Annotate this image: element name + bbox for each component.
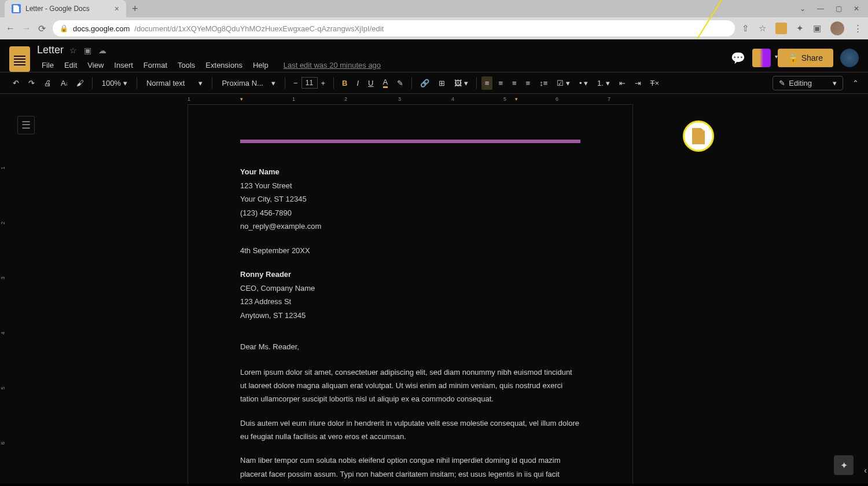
sender-street[interactable]: 123 Your Street (240, 180, 580, 192)
url-path: /document/d/1xXQYeMOg8QduYhMOzHuexEwgxae… (134, 24, 384, 33)
sender-email[interactable]: no_reply@example.com (240, 221, 580, 232)
menu-tools[interactable]: Tools (173, 59, 200, 72)
letter-date[interactable]: 4th September 20XX (240, 245, 580, 257)
highlight-button[interactable]: ✎ (393, 76, 407, 90)
recipient-title[interactable]: CEO, Company Name (240, 283, 580, 294)
menu-help[interactable]: Help (248, 59, 273, 72)
body-para-2[interactable]: Duis autem vel eum iriure dolor in hendr… (240, 416, 580, 444)
increase-font-button[interactable]: + (318, 76, 329, 90)
font-select[interactable]: Proxima N...▾ (217, 76, 280, 90)
minimize-icon[interactable]: — (817, 5, 824, 13)
extensions-icon[interactable]: ✦ (796, 23, 804, 34)
browser-tab-bar: Letter - Google Docs × + ⌄ — ▢ ✕ (0, 0, 868, 17)
move-folder-icon[interactable]: ▣ (84, 46, 91, 55)
sender-name[interactable]: Your Name (240, 166, 580, 178)
salutation[interactable]: Dear Ms. Reader, (240, 341, 580, 353)
menu-insert[interactable]: Insert (109, 59, 138, 72)
close-window-icon[interactable]: ✕ (854, 5, 859, 13)
bookmark-star-icon[interactable]: ☆ (759, 23, 766, 34)
menu-extensions[interactable]: Extensions (201, 59, 247, 72)
sender-phone[interactable]: (123) 456-7890 (240, 207, 580, 219)
document-title[interactable]: Letter (37, 44, 64, 56)
decrease-indent-button[interactable]: ⇤ (616, 76, 629, 90)
pencil-icon: ✎ (779, 79, 785, 87)
bold-button[interactable]: B (339, 76, 351, 90)
docs-favicon (12, 4, 21, 13)
address-bar[interactable]: 🔒 docs.google.com/document/d/1xXQYeMOg8Q… (53, 20, 735, 36)
star-icon[interactable]: ☆ (69, 46, 77, 55)
sender-city[interactable]: Your City, ST 12345 (240, 193, 580, 205)
underline-button[interactable]: U (365, 76, 377, 90)
tab-title: Letter - Google Docs (25, 5, 110, 13)
align-center-button[interactable]: ≡ (495, 76, 506, 90)
browser-tab[interactable]: Letter - Google Docs × (5, 0, 126, 17)
chevron-down-icon[interactable]: ⌄ (800, 5, 806, 13)
insert-link-button[interactable]: 🔗 (417, 76, 433, 90)
zoom-select[interactable]: 100%▾ (97, 76, 132, 90)
browser-toolbar-icons: ⇧ ☆ ✦ ▣ ⋮ (742, 21, 862, 35)
account-avatar[interactable] (840, 49, 859, 67)
collapse-toolbar-button[interactable]: ⌃ (852, 79, 859, 87)
forward-button[interactable]: → (22, 23, 31, 34)
menu-edit[interactable]: Edit (60, 59, 82, 72)
body-para-1[interactable]: Lorem ipsum dolor sit amet, consectetuer… (240, 366, 580, 406)
align-left-button[interactable]: ≡ (481, 76, 493, 90)
align-justify-button[interactable]: ≡ (523, 76, 534, 90)
menu-view[interactable]: View (83, 59, 108, 72)
menu-file[interactable]: File (37, 59, 58, 72)
insert-comment-button[interactable]: ⊞ (435, 76, 448, 90)
back-button[interactable]: ← (6, 23, 15, 34)
editing-mode-select[interactable]: ✎ Editing ▾ (773, 76, 843, 90)
meet-button[interactable] (752, 49, 771, 67)
recipient-street[interactable]: 123 Address St (240, 296, 580, 308)
insert-image-button[interactable]: 🖼 ▾ (451, 76, 472, 90)
comments-icon[interactable]: 💬 (731, 51, 745, 65)
redo-button[interactable]: ↷ (25, 76, 38, 90)
kebab-menu-icon[interactable]: ⋮ (854, 23, 862, 34)
document-page[interactable]: Your Name 123 Your Street Your City, ST … (187, 104, 633, 484)
close-tab-icon[interactable]: × (115, 4, 119, 13)
recipient-city[interactable]: Anytown, ST 12345 (240, 310, 580, 321)
font-size-input[interactable] (301, 77, 318, 89)
clear-formatting-button[interactable]: T× (647, 76, 663, 90)
horizontal-ruler[interactable]: 1 ▾ 1 2 3 4 5 ▾ 6 7 (0, 94, 868, 104)
document-canvas: 1 2 3 4 5 6 ☰ Your Name 123 Your Street … (0, 104, 868, 484)
italic-button[interactable]: I (353, 76, 362, 90)
side-panel-toggle[interactable]: ‹ (864, 466, 867, 475)
text-color-button[interactable]: A (380, 75, 392, 90)
paint-format-button[interactable]: 🖌 (73, 76, 87, 90)
url-host: docs.google.com (73, 24, 130, 33)
document-outline-button[interactable]: ☰ (17, 116, 35, 134)
spellcheck-button[interactable]: Aᵢ (57, 76, 71, 90)
cloud-status-icon[interactable]: ☁ (98, 46, 106, 55)
undo-button[interactable]: ↶ (9, 76, 23, 90)
docs-header: Letter ☆ ▣ ☁ File Edit View Insert Forma… (0, 39, 868, 72)
align-right-button[interactable]: ≡ (509, 76, 520, 90)
maximize-icon[interactable]: ▢ (836, 5, 842, 13)
line-spacing-button[interactable]: ↕≡ (536, 76, 551, 90)
docs-extension-icon[interactable] (775, 23, 787, 34)
print-button[interactable]: 🖨 (41, 76, 55, 90)
bullet-list-button[interactable]: • ▾ (576, 76, 591, 90)
explore-button[interactable]: ✦ (834, 455, 854, 475)
body-para-3[interactable]: Nam liber tempor cum soluta nobis eleife… (240, 454, 580, 484)
share-button[interactable]: 🔒 Share (778, 49, 833, 67)
sidepanel-icon[interactable]: ▣ (813, 23, 821, 34)
last-edit-link[interactable]: Last edit was 20 minutes ago (279, 59, 385, 72)
recipient-name[interactable]: Ronny Reader (240, 269, 580, 280)
increase-indent-button[interactable]: ⇥ (631, 76, 645, 90)
profile-avatar[interactable] (830, 21, 844, 35)
docs-extension-icon-enlarged (692, 128, 705, 144)
new-tab-button[interactable]: + (132, 3, 138, 15)
decrease-font-button[interactable]: − (290, 76, 301, 90)
browser-address-row: ← → ⟳ 🔒 docs.google.com/document/d/1xXQY… (0, 17, 868, 39)
vertical-ruler[interactable]: 1 2 3 4 5 6 (0, 104, 8, 484)
menu-format[interactable]: Format (139, 59, 172, 72)
numbered-list-button[interactable]: 1. ▾ (594, 76, 613, 90)
share-page-icon[interactable]: ⇧ (742, 23, 749, 34)
reload-button[interactable]: ⟳ (38, 23, 46, 34)
docs-logo[interactable] (9, 46, 30, 72)
checklist-button[interactable]: ☑ ▾ (553, 76, 573, 90)
style-select[interactable]: Normal text▾ (142, 76, 207, 90)
formatting-toolbar: ↶ ↷ 🖨 Aᵢ 🖌 100%▾ Normal text▾ Proxima N.… (0, 72, 868, 94)
